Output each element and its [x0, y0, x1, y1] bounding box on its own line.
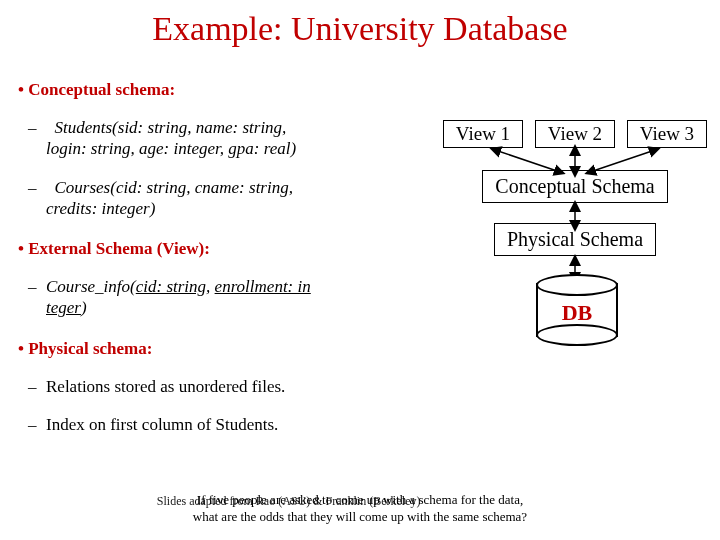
conceptual-section: • Conceptual schema: – Students(sid: str… [18, 80, 438, 219]
conceptual-heading: • Conceptual schema: [18, 80, 438, 100]
external-item-1: –Course_info(cid: string, enrollment: in… [46, 276, 438, 319]
physical-heading: • Physical schema: [18, 339, 438, 359]
view-3-box: View 3 [627, 120, 707, 148]
external-heading: • External Schema (View): [18, 239, 438, 259]
body-content: • Conceptual schema: – Students(sid: str… [18, 80, 438, 455]
conceptual-schema-box: Conceptual Schema [482, 170, 667, 203]
db-cylinder-icon: DB [536, 274, 614, 346]
physical-item-1: –Relations stored as unordered files. [46, 376, 438, 397]
physical-section: • Physical schema: –Relations stored as … [18, 339, 438, 436]
view-2-box: View 2 [535, 120, 615, 148]
views-row: View 1 View 2 View 3 [440, 120, 710, 148]
slide-title: Example: University Database [0, 10, 720, 48]
conceptual-item-2: – Courses(cid: string, cname: string,cre… [46, 177, 438, 220]
db-label: DB [536, 300, 618, 326]
schema-diagram: View 1 View 2 View 3 Conceptual Schema P… [440, 120, 710, 346]
view-1-box: View 1 [443, 120, 523, 148]
external-section: • External Schema (View): –Course_info(c… [18, 239, 438, 319]
physical-schema-box: Physical Schema [494, 223, 656, 256]
conceptual-item-1: – Students(sid: string, name: string,log… [46, 117, 438, 160]
footer-text: If five people are asked to come up with… [0, 492, 720, 526]
physical-item-2: –Index on first column of Students. [46, 414, 438, 435]
